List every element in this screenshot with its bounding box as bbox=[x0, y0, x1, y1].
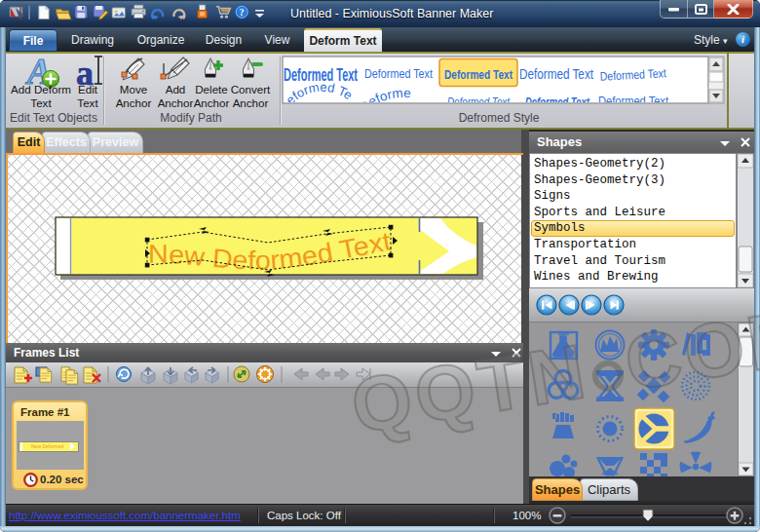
svg-text:Anchor: Anchor bbox=[158, 96, 194, 109]
svg-text:Deformed Text: Deformed Text bbox=[598, 94, 668, 108]
svg-text:Edit Text Objects: Edit Text Objects bbox=[10, 111, 97, 125]
svg-text:Deformed Text: Deformed Text bbox=[444, 67, 513, 82]
svg-text:Move: Move bbox=[120, 83, 147, 95]
svg-text:Deformed Text: Deformed Text bbox=[447, 95, 511, 109]
svg-text:Add Deform: Add Deform bbox=[11, 83, 71, 95]
svg-text:Edit: Edit bbox=[78, 83, 98, 95]
svg-text:Convert: Convert bbox=[231, 83, 271, 95]
svg-text:Delete: Delete bbox=[195, 83, 228, 95]
svg-text:?: ? bbox=[240, 7, 245, 18]
svg-text:Modify Path: Modify Path bbox=[160, 111, 221, 125]
svg-text:Anchor: Anchor bbox=[194, 96, 230, 109]
svg-text:Defromed Style: Defromed Style bbox=[459, 111, 540, 125]
svg-text:Text: Text bbox=[30, 96, 52, 109]
svg-text:Add: Add bbox=[166, 83, 186, 95]
svg-text:Anchor: Anchor bbox=[233, 96, 269, 109]
svg-text:Deformed Text: Deformed Text bbox=[519, 66, 593, 82]
svg-text:Text: Text bbox=[77, 96, 98, 109]
svg-text:Anchor: Anchor bbox=[116, 96, 152, 109]
svg-text:Deformed Text: Deformed Text bbox=[364, 67, 433, 81]
svg-text:Deformed Text: Deformed Text bbox=[525, 95, 589, 109]
